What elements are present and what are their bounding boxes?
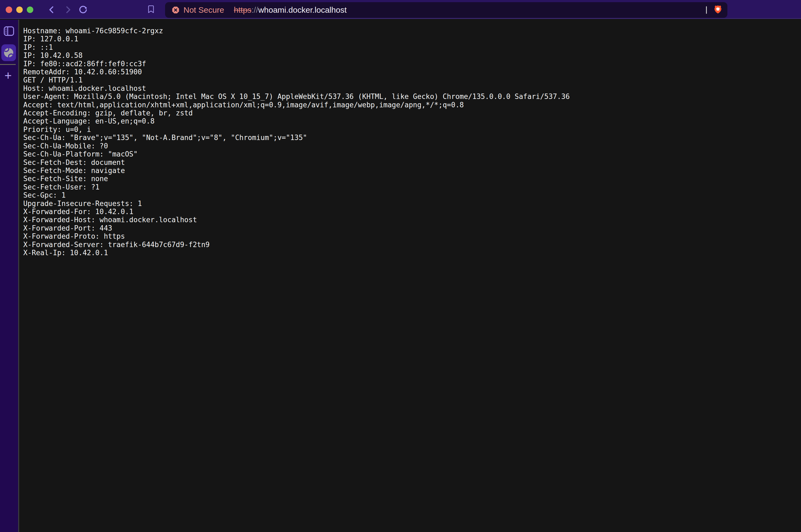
browser-window: Not Secure https://whoami.docker.localho… bbox=[0, 0, 801, 532]
bookmark-button[interactable] bbox=[147, 5, 155, 14]
url-host: whoami.docker.localhost bbox=[258, 5, 347, 14]
sidebar-panel-icon bbox=[4, 27, 14, 35]
forward-button[interactable] bbox=[63, 5, 72, 14]
not-secure-label[interactable]: Not Secure bbox=[183, 5, 224, 15]
reload-button[interactable] bbox=[79, 5, 87, 14]
globe-favicon-icon bbox=[3, 47, 14, 58]
url-scheme-separator: :// bbox=[251, 5, 258, 14]
minimize-window-button[interactable] bbox=[16, 6, 23, 13]
sidebar: + bbox=[0, 20, 18, 532]
sidebar-active-tab[interactable] bbox=[1, 44, 16, 61]
chevron-right-icon bbox=[67, 7, 70, 13]
brave-lion-icon bbox=[714, 5, 722, 14]
reload-icon bbox=[80, 6, 87, 13]
page-content: Hostname: whoami-76c9859cfc-2rgxz IP: 12… bbox=[18, 20, 801, 532]
address-bar[interactable]: Not Secure https://whoami.docker.localho… bbox=[165, 2, 727, 18]
urlbar-divider bbox=[706, 6, 707, 14]
sidebar-toggle-button[interactable] bbox=[3, 26, 14, 36]
window-controls bbox=[6, 6, 33, 13]
close-window-button[interactable] bbox=[6, 6, 12, 13]
brave-shields-button[interactable] bbox=[713, 5, 723, 15]
not-secure-icon[interactable] bbox=[171, 6, 180, 14]
sidebar-divider bbox=[0, 64, 16, 65]
back-button[interactable] bbox=[47, 5, 56, 14]
plus-icon: + bbox=[5, 69, 12, 82]
whoami-response-text: Hostname: whoami-76c9859cfc-2rgxz IP: 12… bbox=[19, 20, 801, 262]
zoom-window-button[interactable] bbox=[27, 6, 33, 13]
url-text[interactable]: https://whoami.docker.localhost bbox=[234, 5, 347, 15]
new-tab-button[interactable]: + bbox=[0, 68, 16, 83]
browser-topbar: Not Secure https://whoami.docker.localho… bbox=[0, 0, 801, 19]
chevron-left-icon bbox=[50, 7, 53, 13]
url-scheme: https bbox=[234, 5, 251, 14]
bookmark-icon bbox=[149, 6, 153, 13]
